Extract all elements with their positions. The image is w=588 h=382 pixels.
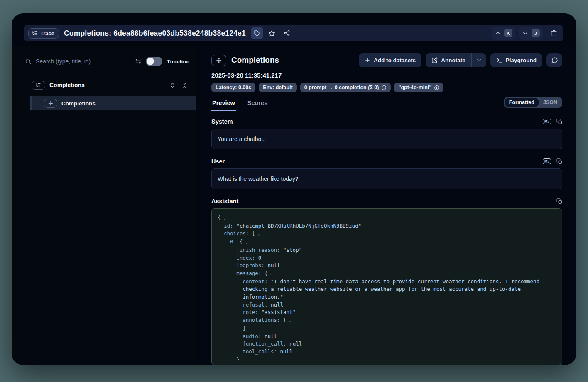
chevron-down-icon [476, 58, 482, 63]
annotate-dropdown-button[interactable] [471, 53, 486, 67]
tree-node-generation-selected[interactable]: ✣ Completions [30, 96, 196, 110]
desktop-background: { "topbar": { "trace_label": "Trace", "t… [0, 0, 588, 382]
system-section-title: System [211, 118, 233, 125]
assistant-section-icons [556, 198, 562, 204]
collapse-toggle-icon[interactable]: ⌄ [221, 216, 226, 220]
fold-vertical-icon[interactable] [181, 82, 188, 88]
system-message-text: You are a chatbot. [218, 136, 265, 142]
tag-button[interactable] [251, 27, 263, 39]
detail-tabs: Preview Scores Formatted JSON [211, 97, 562, 111]
generation-icon: ✣ [44, 99, 57, 108]
comment-icon [551, 57, 558, 64]
timeline-toggle[interactable] [146, 57, 162, 66]
observation-title: Completions [231, 56, 279, 65]
latency-badge: Latency: 0.00s [211, 83, 255, 92]
star-button[interactable] [266, 27, 278, 39]
page-title: Completions: 6dea86b6feae03db538e248b38e… [64, 29, 246, 38]
top-bar: Trace Completions: 6dea86b6feae03db538e2… [24, 25, 563, 41]
chevron-up-icon [495, 30, 501, 36]
terminal-icon [496, 57, 502, 63]
model-badge: "gpt-4o-mini" [394, 83, 443, 92]
user-section-icons: M↓ [543, 158, 562, 165]
next-trace-button[interactable]: J [519, 27, 543, 40]
latency-badge-label: Latency: 0.00s [216, 85, 251, 90]
user-message-card: What is the weather like today? [211, 168, 562, 189]
chevron-down-icon [522, 30, 528, 36]
search-input[interactable] [36, 58, 131, 65]
system-message-card: You are a chatbot. [211, 129, 562, 149]
token-usage-label: 0 prompt → 0 completion (Σ 0) [304, 85, 379, 90]
edit-icon [431, 57, 438, 63]
metadata-badges: Latency: 0.00s Env: default 0 prompt → 0… [211, 83, 562, 92]
info-icon[interactable] [381, 85, 387, 90]
system-section-icons: M↓ [543, 119, 562, 125]
view-settings-icon[interactable] [135, 58, 142, 65]
timeline-toggle-label: Timeline [167, 58, 189, 65]
user-section-title: User [211, 158, 225, 165]
start-timestamp: 2025-03-20 11:35:41.217 [211, 72, 562, 79]
observation-actions: Add to datasets Annotate [359, 53, 562, 67]
environment-badge-label: Env: default [263, 85, 293, 90]
copy-icon[interactable] [556, 158, 562, 164]
collapse-toggle-icon[interactable]: ⌄ [267, 271, 272, 276]
observation-detail-panel[interactable]: ✣ Completions Add to datasets [196, 46, 576, 365]
markdown-toggle-icon[interactable]: M↓ [543, 119, 551, 125]
annotate-button[interactable]: Annotate [426, 53, 471, 67]
generation-icon: ✣ [211, 55, 226, 66]
comments-button[interactable] [546, 53, 562, 67]
copy-icon[interactable] [556, 119, 562, 124]
collapse-toggle-icon[interactable]: ⌄ [287, 318, 292, 323]
collapse-toggle-icon[interactable]: ⌄ [255, 231, 260, 236]
add-to-datasets-button[interactable]: Add to datasets [359, 53, 421, 67]
user-section-header: User M↓ [211, 158, 562, 165]
format-json-option[interactable]: JSON [539, 98, 561, 107]
trace-type-badge: Trace [28, 28, 59, 39]
assistant-section-title: Assistant [211, 198, 238, 204]
annotate-label: Annotate [441, 57, 466, 63]
model-badge-label: "gpt-4o-mini" [398, 85, 431, 90]
environment-badge: Env: default [259, 83, 297, 92]
window-body: Timeline Completions [12, 46, 576, 365]
token-usage-badge: 0 prompt → 0 completion (Σ 0) [300, 83, 391, 92]
share-button[interactable] [281, 27, 293, 39]
copy-icon[interactable] [556, 198, 562, 204]
markdown-toggle-icon[interactable]: M↓ [543, 158, 551, 165]
plus-icon [365, 57, 370, 63]
format-toggle: Formatted JSON [504, 97, 562, 108]
format-formatted-option[interactable]: Formatted [505, 98, 539, 107]
trace-badge-label: Trace [40, 30, 54, 36]
user-message-text: What is the weather like today? [218, 175, 299, 182]
delete-trace-button[interactable] [547, 27, 561, 40]
tab-preview[interactable]: Preview [211, 98, 236, 111]
playground-label: Playground [506, 57, 537, 63]
playground-button[interactable]: Playground [490, 53, 542, 67]
circle-plus-icon[interactable] [434, 85, 439, 90]
prev-trace-button[interactable]: K [492, 27, 515, 40]
app-window: Trace Completions: 6dea86b6feae03db538e2… [12, 13, 576, 365]
search-row: Timeline [25, 56, 189, 67]
next-key-badge: J [532, 29, 540, 37]
trash-icon [551, 30, 557, 36]
trace-tree-sidebar: Timeline Completions [12, 46, 196, 365]
search-icon [25, 58, 32, 65]
tag-icon [254, 30, 260, 36]
collapse-toggle-icon[interactable]: ⌄ [243, 240, 247, 244]
tree-node-trace-root[interactable]: Completions [32, 79, 189, 91]
tree-root-label: Completions [49, 82, 85, 88]
system-section-header: System M↓ [211, 118, 562, 125]
assistant-json-output: { ⌄id: "chatcmpl-BD7XRulRhULb7NjGfeOkhN3… [211, 208, 562, 365]
tree-child-label: Completions [61, 100, 96, 107]
share-icon [284, 30, 290, 36]
topbar-right-actions: K J [492, 27, 561, 40]
star-icon [268, 30, 275, 37]
add-to-datasets-label: Add to datasets [374, 57, 416, 63]
unfold-vertical-icon[interactable] [169, 82, 176, 88]
toggle-knob [147, 58, 154, 65]
list-tree-icon [32, 81, 45, 90]
tab-scores[interactable]: Scores [247, 98, 268, 111]
tree-controls [169, 82, 188, 88]
observation-header: ✣ Completions Add to datasets [211, 53, 562, 67]
list-tree-icon [32, 30, 38, 36]
prev-key-badge: K [504, 29, 512, 37]
annotate-split-button: Annotate [426, 53, 486, 67]
